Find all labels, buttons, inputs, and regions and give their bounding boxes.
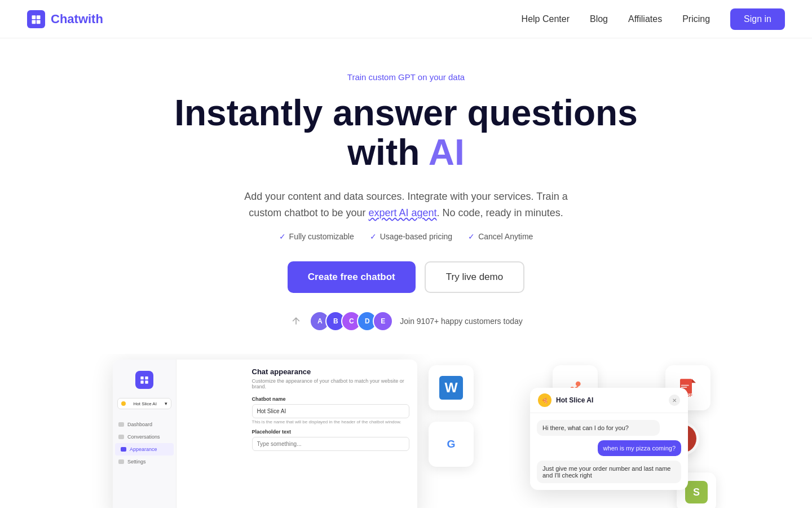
nav-links: Help Center Blog Affiliates Pricing Sign… — [522, 8, 785, 30]
logo-svg — [31, 14, 41, 24]
svg-rect-5 — [145, 376, 148, 379]
hero-subtitle-part2: . No code, ready in minutes. — [437, 207, 563, 218]
svg-rect-6 — [140, 381, 143, 384]
dash-sidebar: Hot Slice AI ▾ Dashboard Conversations A… — [113, 360, 176, 508]
arrow-icon — [289, 314, 303, 328]
sidebar-dashboard-label: Dashboard — [127, 422, 152, 427]
svg-rect-3 — [37, 20, 41, 24]
dashboard-card: Hot Slice AI ▾ Dashboard Conversations A… — [113, 360, 417, 508]
chat-widget-name: Hot Slice AI — [556, 396, 593, 404]
navbar: Chatwith Help Center Blog Affiliates Pri… — [0, 0, 812, 38]
shopify-icon: S — [685, 481, 708, 503]
chat-greeting-bubble: Hi there, what can I do for you? — [537, 420, 660, 436]
hero-expert-link[interactable]: expert AI agent — [368, 207, 436, 218]
sidebar-item-appearance[interactable]: Appearance — [115, 443, 174, 456]
avatars-group: A B C D E — [310, 311, 393, 331]
sidebar-item-conversations[interactable]: Conversations — [113, 431, 176, 443]
check-icon-2: ✓ — [370, 232, 377, 241]
signin-button[interactable]: Sign in — [730, 8, 785, 30]
nav-affiliates[interactable]: Affiliates — [628, 14, 662, 24]
sidebar-settings-label: Settings — [127, 459, 146, 465]
sidebar-conversations-label: Conversations — [127, 434, 160, 440]
svg-rect-7 — [145, 381, 148, 384]
feature-customizable: ✓ Fully customizable — [279, 232, 354, 241]
chatbot-name-label: Chatbot name — [252, 396, 409, 402]
chatbot-name-input[interactable] — [252, 404, 409, 418]
svg-rect-19 — [681, 385, 689, 386]
chat-close-button[interactable]: ✕ — [669, 395, 680, 406]
feature-pricing: ✓ Usage-based pricing — [370, 232, 452, 241]
chat-header-left: 🍕 Hot Slice AI — [538, 393, 593, 407]
google-integration-icon: G — [429, 422, 474, 467]
svg-rect-4 — [140, 376, 143, 379]
chat-bot-response: Just give me your order number and last … — [537, 461, 681, 483]
chat-body: Hi there, what can I do for you? when is… — [530, 413, 688, 490]
sidebar-item-dashboard[interactable]: Dashboard — [113, 418, 176, 431]
google-svg: G — [439, 432, 463, 456]
hero-tag: Train custom GPT on your data — [347, 72, 465, 82]
dashboard-preview: Hot Slice AI ▾ Dashboard Conversations A… — [68, 354, 744, 508]
placeholder-text-label: Placeholder text — [252, 429, 409, 435]
create-chatbot-button[interactable]: Create free chatbot — [288, 261, 416, 293]
appearance-title: Chat appearance — [252, 367, 409, 376]
logo[interactable]: Chatwith — [27, 10, 103, 28]
selector-chevron: ▾ — [165, 401, 167, 406]
svg-text:W: W — [444, 380, 458, 395]
svg-rect-0 — [32, 15, 36, 19]
feature-cancel: ✓ Cancel Anytime — [468, 232, 533, 241]
logo-text: Chatwith — [51, 12, 103, 27]
placeholder-text-input[interactable] — [252, 437, 409, 451]
feature-label-1: Fully customizable — [289, 232, 354, 241]
svg-rect-2 — [32, 20, 36, 24]
conversations-icon — [118, 435, 124, 439]
word-svg: W — [439, 376, 463, 400]
social-proof: A B C D E Join 9107+ happy customers tod… — [289, 311, 523, 331]
svg-rect-1 — [37, 15, 41, 19]
check-icon-3: ✓ — [468, 232, 475, 241]
chat-avatar: 🍕 — [538, 393, 551, 407]
chatbot-selector[interactable]: Hot Slice AI ▾ — [117, 398, 171, 409]
check-icon-1: ✓ — [279, 232, 286, 241]
hero-title-part1: Instantly answer questions with — [174, 93, 638, 173]
hero-title: Instantly answer questions with AI — [152, 93, 660, 173]
hero-section: Train custom GPT on your data Instantly … — [0, 38, 812, 354]
selector-text: Hot Slice AI — [134, 401, 157, 406]
dash-content: Chat appearance Customize the appearance… — [244, 360, 417, 508]
try-demo-button[interactable]: Try live demo — [425, 261, 524, 293]
appearance-icon — [121, 447, 126, 452]
sidebar-appearance-label: Appearance — [130, 446, 157, 452]
cta-buttons: Create free chatbot Try live demo — [288, 261, 524, 293]
logo-icon — [27, 10, 45, 28]
hero-subtitle: Add your content and data sources. Integ… — [231, 189, 581, 221]
feature-label-2: Usage-based pricing — [380, 232, 452, 241]
selector-dot — [121, 401, 126, 406]
chat-header: 🍕 Hot Slice AI ✕ — [530, 388, 688, 413]
avatar-5: E — [373, 311, 393, 331]
sidebar-item-settings[interactable]: Settings — [113, 456, 176, 468]
nav-blog[interactable]: Blog — [590, 14, 608, 24]
chat-widget: 🍕 Hot Slice AI ✕ Hi there, what can I do… — [530, 388, 688, 490]
chat-user-message: when is my pizza coming? — [598, 440, 681, 456]
nav-pricing[interactable]: Pricing — [682, 14, 710, 24]
hero-title-ai: AI — [429, 132, 465, 173]
svg-point-11 — [576, 382, 581, 387]
chat-avatar-emoji: 🍕 — [541, 397, 548, 404]
feature-label-3: Cancel Anytime — [478, 232, 533, 241]
features-list: ✓ Fully customizable ✓ Usage-based prici… — [279, 232, 533, 241]
dashboard-icon — [118, 422, 124, 427]
word-integration-icon: W — [429, 365, 474, 410]
nav-help-center[interactable]: Help Center — [522, 14, 570, 24]
social-text: Join 9107+ happy customers today — [400, 317, 523, 326]
appearance-description: Customize the appearance of your chatbot… — [252, 378, 409, 389]
sidebar-logo — [135, 371, 153, 389]
settings-icon — [118, 459, 124, 464]
chatbot-name-hint: This is the name that will be displayed … — [252, 419, 409, 424]
svg-text:G: G — [447, 439, 456, 450]
